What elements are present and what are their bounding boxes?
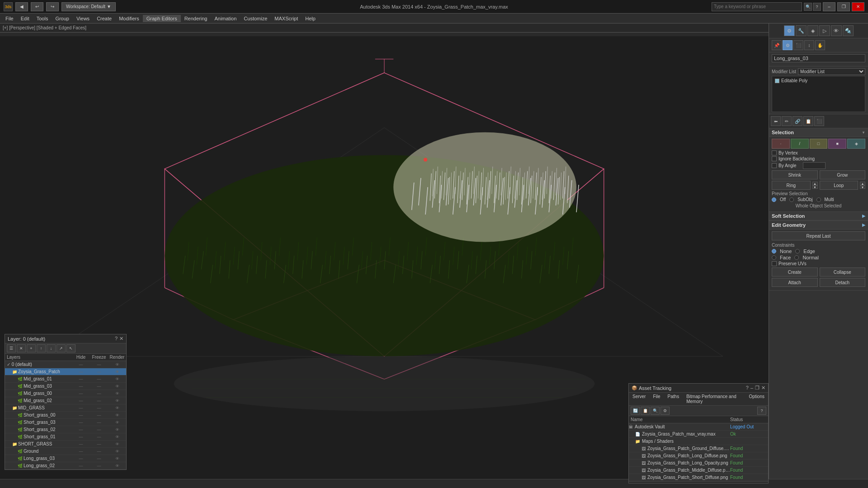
- layer-hide[interactable]: —: [72, 399, 90, 403]
- layer-item[interactable]: 🌿Short_grass_01——👁: [5, 433, 126, 441]
- constraint-face-rb[interactable]: [772, 255, 776, 260]
- detach-btn[interactable]: Detach: [820, 278, 866, 287]
- layer-item[interactable]: 🌿Ground——👁: [5, 448, 126, 455]
- layer-freeze[interactable]: —: [90, 427, 108, 432]
- repeat-last-btn[interactable]: Repeat Last: [772, 231, 865, 240]
- layer-hide[interactable]: —: [72, 427, 90, 432]
- layer-hide[interactable]: —: [72, 370, 90, 374]
- asset-item[interactable]: 🖼Zoysia_Grass_Patch_Long_Diffuse.pngFoun…: [629, 452, 768, 460]
- layer-render[interactable]: 👁: [108, 399, 126, 403]
- configure-icon[interactable]: ⚙: [783, 40, 793, 50]
- obj-prop-icon3[interactable]: 🔗: [793, 116, 802, 126]
- layer-tool-add[interactable]: +: [27, 344, 36, 352]
- layer-item[interactable]: ✓ 0 (default)——👁: [5, 361, 126, 368]
- asset-close-btn[interactable]: ✕: [761, 385, 765, 391]
- layer-freeze[interactable]: —: [90, 464, 108, 468]
- display-panel-icon[interactable]: 👁: [831, 25, 842, 36]
- layer-freeze[interactable]: —: [90, 399, 108, 403]
- modifier-list-dropdown[interactable]: Modifier List: [798, 68, 865, 75]
- asset-menu-item-options[interactable]: Options: [745, 394, 768, 404]
- layer-hide[interactable]: —: [72, 406, 90, 410]
- layer-render[interactable]: 👁: [108, 362, 126, 367]
- layer-hide[interactable]: —: [72, 442, 90, 446]
- vertex-btn[interactable]: ·: [772, 139, 790, 149]
- menu-animation[interactable]: Animation: [211, 15, 240, 22]
- layer-freeze[interactable]: —: [90, 370, 108, 374]
- layers-title-bar[interactable]: Layer: 0 (default) ? ✕: [5, 334, 126, 343]
- layer-freeze[interactable]: —: [90, 413, 108, 418]
- layer-render[interactable]: 👁: [108, 420, 126, 425]
- create-btn[interactable]: Create: [772, 267, 818, 277]
- asset-item[interactable]: 📄Zoysia_Grass_Patch_max_vray.maxOk: [629, 431, 768, 438]
- asset-help-btn[interactable]: ?: [746, 385, 749, 391]
- layer-item[interactable]: 🌿Long_grass_02——👁: [5, 462, 126, 469]
- selection-header[interactable]: Selection ▼: [769, 128, 868, 137]
- asset-item[interactable]: 🏛Autodesk VaultLogged Out: [629, 423, 768, 431]
- layer-render[interactable]: 👁: [108, 413, 126, 418]
- layer-item[interactable]: 🌿Mid_grass_00——👁: [5, 390, 126, 397]
- layer-tool-1[interactable]: ☰: [7, 344, 16, 352]
- asset-max-btn[interactable]: ❐: [755, 385, 760, 391]
- minimize-btn[interactable]: –: [823, 2, 835, 11]
- layer-freeze[interactable]: —: [90, 449, 108, 454]
- layer-tool-move1[interactable]: ↑: [37, 344, 46, 352]
- loop-up[interactable]: ▲: [860, 182, 865, 185]
- layer-hide[interactable]: —: [72, 377, 90, 381]
- hand-icon[interactable]: ✋: [815, 40, 825, 50]
- pin-icon[interactable]: 📌: [772, 40, 782, 50]
- layer-freeze[interactable]: —: [90, 420, 108, 425]
- loop-down[interactable]: ▼: [860, 185, 865, 189]
- layer-render[interactable]: 👁: [108, 377, 126, 381]
- menu-rendering[interactable]: Rendering: [181, 15, 211, 22]
- layer-render[interactable]: 👁: [108, 427, 126, 432]
- ring-btn[interactable]: Ring: [772, 181, 811, 190]
- layer-render[interactable]: 👁: [108, 435, 126, 439]
- layer-freeze[interactable]: —: [90, 391, 108, 396]
- layer-render[interactable]: 👁: [108, 406, 126, 410]
- obj-prop-icon2[interactable]: ✏: [782, 116, 792, 126]
- obj-prop-icon5[interactable]: ⬛: [814, 116, 824, 126]
- asset-title-bar[interactable]: 📦 Asset Tracking ? – ❐ ✕: [629, 384, 768, 393]
- search-input[interactable]: [712, 2, 802, 11]
- menu-graph-editors[interactable]: Graph Editors: [143, 15, 181, 22]
- asset-menu-item-file[interactable]: File: [649, 394, 664, 404]
- constraint-edge-rb[interactable]: [795, 249, 800, 253]
- modifier-item-editable-poly[interactable]: Editable Poly: [773, 77, 864, 84]
- edit-geometry-header[interactable]: Edit Geometry ▶: [769, 221, 868, 230]
- preview-multi-rb[interactable]: [816, 197, 821, 202]
- shrink-btn[interactable]: Shrink: [772, 170, 818, 179]
- asset-tb-icon3[interactable]: 🔍: [651, 407, 660, 415]
- arrow-icon[interactable]: ↕: [804, 40, 814, 50]
- asset-item[interactable]: 📁Maps / Shaders: [629, 438, 768, 445]
- layer-hide[interactable]: —: [72, 362, 90, 367]
- loop-btn[interactable]: Loop: [820, 181, 859, 190]
- menu-customize[interactable]: Customize: [240, 15, 271, 22]
- asset-item[interactable]: 🖼Zoysia_Grass_Patch_Ground_Diffuse.pngFo…: [629, 445, 768, 452]
- layer-tool-delete[interactable]: ✕: [17, 344, 26, 352]
- quick-access-btn[interactable]: ◀: [15, 2, 28, 11]
- layer-item[interactable]: 🌿Short_grass_03——👁: [5, 419, 126, 426]
- utilities-panel-icon[interactable]: 🔩: [843, 25, 854, 36]
- object-name-field[interactable]: Long_grass_03: [772, 54, 865, 62]
- layer-hide[interactable]: —: [72, 456, 90, 461]
- asset-tb-help[interactable]: ?: [757, 407, 766, 415]
- layer-item[interactable]: 🌿Mid_grass_01——👁: [5, 375, 126, 383]
- undo-btn[interactable]: ↩: [31, 2, 43, 11]
- layer-tool-move2[interactable]: ↓: [47, 344, 56, 352]
- layer-item[interactable]: 🌿Long_grass_03——👁: [5, 455, 126, 462]
- layer-hide[interactable]: —: [72, 391, 90, 396]
- close-btn[interactable]: ✕: [852, 2, 864, 11]
- layer-freeze[interactable]: —: [90, 442, 108, 446]
- by-angle-cb[interactable]: [772, 163, 777, 168]
- menu-file[interactable]: File: [2, 15, 17, 22]
- layer-freeze[interactable]: —: [90, 362, 108, 367]
- menu-tools[interactable]: Tools: [33, 15, 52, 22]
- by-vertex-cb[interactable]: [772, 150, 777, 155]
- modifier-checkbox[interactable]: [775, 79, 779, 83]
- layer-freeze[interactable]: —: [90, 406, 108, 410]
- menu-views[interactable]: Views: [73, 15, 93, 22]
- ring-up[interactable]: ▲: [812, 182, 818, 185]
- expand-icon[interactable]: ⬛: [793, 40, 803, 50]
- layer-item[interactable]: 🌿Mid_grass_03——👁: [5, 383, 126, 390]
- ignore-backfacing-cb[interactable]: [772, 156, 777, 161]
